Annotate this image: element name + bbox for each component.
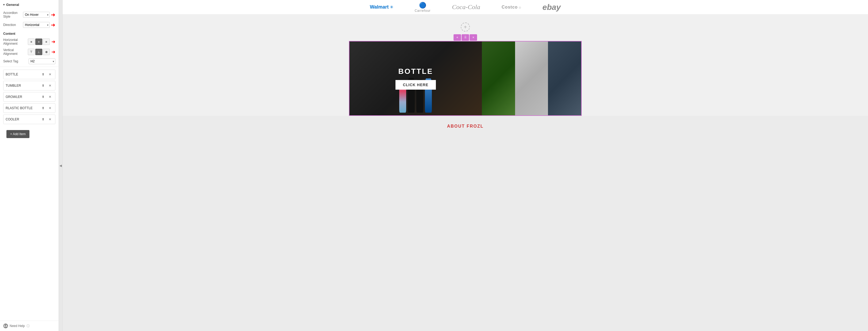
select-tag-label: Select Tag bbox=[3, 59, 29, 63]
tumbler-actions: ⬆ ✕ bbox=[40, 83, 53, 89]
add-item-container: + Add Item bbox=[0, 126, 59, 142]
item-name-rlastic: RLASTIC BOTTLE bbox=[6, 106, 40, 110]
ebay-logo: ebay bbox=[542, 3, 561, 12]
add-section-btn[interactable]: + bbox=[461, 23, 470, 32]
accordion-preview: ⤢ BOTTLE CLICK HERE bbox=[349, 41, 582, 116]
list-item: TUMBLER ⬆ ✕ bbox=[3, 81, 55, 90]
tumbler-delete-btn[interactable]: ✕ bbox=[47, 83, 53, 89]
content-label: Content bbox=[0, 30, 59, 37]
vertical-alignment-label: Vertical Alignment bbox=[3, 48, 28, 56]
general-section-header[interactable]: ▾ General bbox=[0, 0, 59, 9]
item-name-tumbler: TUMBLER bbox=[6, 84, 40, 88]
accordion-style-label: Accordion Style bbox=[3, 11, 23, 19]
items-list: BOTTLE ⬆ ✕ TUMBLER ⬆ ✕ GROWLER ⬆ ✕ RLAST… bbox=[0, 68, 59, 126]
canvas-area: + + ⠿ × ⤢ bbox=[63, 14, 868, 331]
toolbar-add-btn[interactable]: + bbox=[454, 34, 461, 41]
v-align-middle-btn[interactable]: ⊥ bbox=[35, 49, 42, 55]
select-tag-select[interactable]: H2 H1 H3 H4 p div bbox=[29, 58, 55, 64]
sidebar: ▾ General Accordion Style On Hover On Cl… bbox=[0, 0, 59, 331]
carrefour-logo: 🔵 Carrefour bbox=[415, 2, 431, 12]
vertical-alignment-buttons: ⊤ ⊥ ⊕ bbox=[28, 49, 50, 55]
direction-arrow-annotation: ➜ bbox=[51, 22, 55, 28]
cooler-delete-btn[interactable]: ✕ bbox=[47, 116, 53, 122]
select-tag-wrapper: H2 H1 H3 H4 p div bbox=[29, 58, 55, 64]
cooler-duplicate-btn[interactable]: ⬆ bbox=[40, 116, 46, 122]
bottle-cta-btn[interactable]: CLICK HERE bbox=[396, 80, 436, 90]
direction-select-wrapper: Horizontal Vertical bbox=[23, 22, 50, 28]
costco-logo: Costco ⦾ bbox=[502, 5, 521, 10]
vertical-alignment-row: Vertical Alignment ⊤ ⊥ ⊕ ➜ bbox=[0, 47, 59, 57]
logo-bar: Walmart ✳ 🔵 Carrefour Coca-Cola Costco ⦾… bbox=[63, 0, 868, 14]
horizontal-alignment-buttons: ≡ ≡ ≡ bbox=[28, 38, 50, 45]
tumbler-duplicate-btn[interactable]: ⬆ bbox=[40, 83, 46, 89]
rlastic-duplicate-btn[interactable]: ⬆ bbox=[40, 105, 46, 111]
collapse-icon: ◀ bbox=[59, 164, 62, 168]
h-align-right-btn[interactable]: ≡ bbox=[43, 38, 50, 45]
bottle-duplicate-btn[interactable]: ⬆ bbox=[40, 71, 46, 77]
accordion-panel-bottle[interactable]: BOTTLE CLICK HERE bbox=[349, 41, 482, 115]
accordion-style-select[interactable]: On Hover On Click Always Open bbox=[23, 12, 50, 18]
bottle-panel-overlay: BOTTLE CLICK HERE bbox=[349, 41, 482, 115]
list-item: GROWLER ⬆ ✕ bbox=[3, 92, 55, 102]
growler-delete-btn[interactable]: ✕ bbox=[47, 94, 53, 100]
direction-select[interactable]: Horizontal Vertical bbox=[23, 22, 50, 28]
bottom-section: ABOUT FROZL bbox=[63, 116, 868, 331]
h-align-left-btn[interactable]: ≡ bbox=[28, 38, 35, 45]
accordion-panel-tumbler[interactable] bbox=[482, 41, 515, 115]
item-name-cooler: COOLER bbox=[6, 118, 40, 121]
rlastic-actions: ⬆ ✕ bbox=[40, 105, 53, 111]
need-help-label[interactable]: Need Help bbox=[10, 324, 25, 328]
growler-duplicate-btn[interactable]: ⬆ bbox=[40, 94, 46, 100]
bottle-delete-btn[interactable]: ✕ bbox=[47, 71, 53, 77]
accordion-panel-growler[interactable] bbox=[515, 41, 548, 115]
help-info-icon: ⓘ bbox=[27, 324, 30, 328]
growler-actions: ⬆ ✕ bbox=[40, 94, 53, 100]
walmart-logo: Walmart ✳ bbox=[370, 4, 393, 10]
sidebar-collapse-handle[interactable]: ◀ bbox=[59, 0, 63, 331]
plus-icon-area: + bbox=[461, 14, 470, 34]
cocacola-logo: Coca-Cola bbox=[452, 3, 480, 11]
cooler-actions: ⬆ ✕ bbox=[40, 116, 53, 122]
toolbar-move-btn[interactable]: ⠿ bbox=[462, 34, 469, 41]
accordion-panel-cooler[interactable] bbox=[548, 41, 581, 115]
v-align-arrow-annotation: ➜ bbox=[51, 49, 55, 55]
list-item: COOLER ⬆ ✕ bbox=[3, 115, 55, 124]
select-tag-row: Select Tag H2 H1 H3 H4 p div bbox=[0, 57, 59, 65]
add-item-button[interactable]: + Add Item bbox=[6, 130, 29, 138]
about-text: ABOUT FROZL bbox=[447, 124, 484, 323]
general-section-label: General bbox=[6, 3, 19, 7]
item-name-growler: GROWLER bbox=[6, 95, 40, 99]
direction-row: Direction Horizontal Vertical ➜ bbox=[0, 20, 59, 30]
direction-label: Direction bbox=[3, 23, 23, 27]
footer-help: EA Need Help ⓘ bbox=[0, 321, 59, 331]
accordion-style-select-wrapper: On Hover On Click Always Open bbox=[23, 12, 50, 18]
main-area: Walmart ✳ 🔵 Carrefour Coca-Cola Costco ⦾… bbox=[63, 0, 868, 331]
list-item: RLASTIC BOTTLE ⬆ ✕ bbox=[3, 103, 55, 113]
ea-logo: EA bbox=[3, 324, 8, 328]
bottle-actions: ⬆ ✕ bbox=[40, 71, 53, 77]
plus-icon: + bbox=[464, 24, 467, 30]
rlastic-delete-btn[interactable]: ✕ bbox=[47, 105, 53, 111]
accordion-style-arrow-annotation: ➜ bbox=[51, 11, 55, 18]
accordion-style-row: Accordion Style On Hover On Click Always… bbox=[0, 9, 59, 20]
v-align-bottom-btn[interactable]: ⊕ bbox=[43, 49, 50, 55]
v-align-top-btn[interactable]: ⊤ bbox=[28, 49, 35, 55]
list-item: BOTTLE ⬆ ✕ bbox=[3, 69, 55, 79]
bottle-panel-title: BOTTLE bbox=[398, 67, 433, 76]
section-arrow: ▾ bbox=[3, 3, 4, 6]
h-align-arrow-annotation: ➜ bbox=[51, 39, 55, 45]
horizontal-alignment-row: Horizontal Alignment ≡ ≡ ≡ ➜ bbox=[0, 37, 59, 47]
h-align-center-btn[interactable]: ≡ bbox=[35, 38, 42, 45]
horizontal-alignment-label: Horizontal Alignment bbox=[3, 38, 28, 46]
toolbar-close-btn[interactable]: × bbox=[470, 34, 477, 41]
widget-toolbar: + ⠿ × bbox=[454, 34, 477, 41]
item-name-bottle: BOTTLE bbox=[6, 72, 40, 76]
